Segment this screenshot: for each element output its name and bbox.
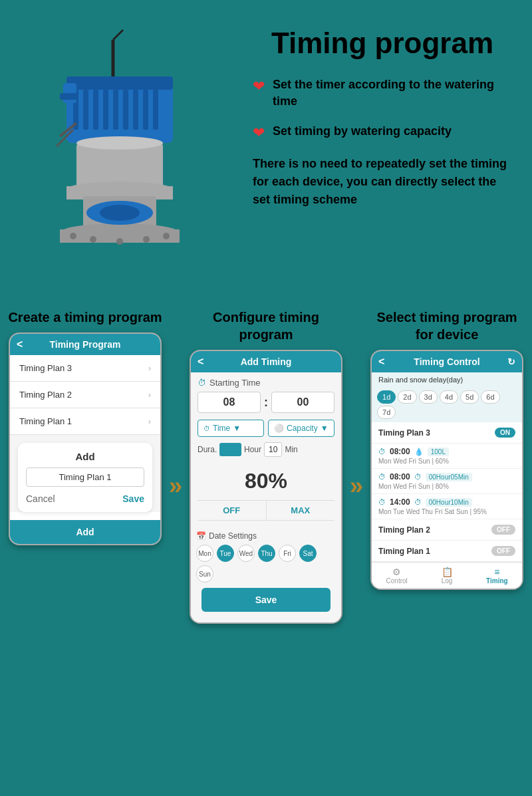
heart-icon-2: ❤	[253, 124, 265, 142]
day-mon[interactable]: Mon	[196, 545, 213, 562]
sched2-time: 08:00	[390, 472, 410, 481]
percent-display: 80%	[198, 462, 334, 500]
timing-section: ⏱ Starting Time 08 : 00 ⏱ Time ▼	[191, 372, 341, 531]
dura-min-label: Min	[285, 445, 297, 454]
phone2-back-arrow[interactable]: <	[198, 356, 203, 368]
sched3-clock: ⏱	[378, 498, 386, 506]
day-tab-1d[interactable]: 1d	[377, 390, 396, 404]
day-thu[interactable]: Thu	[258, 545, 275, 562]
plan-item-2[interactable]: Timing Plan 2 ›	[10, 382, 160, 408]
phone1-body: Timing Plan 3 › Timing Plan 2 › Timing P…	[10, 355, 160, 512]
plan2-toggle[interactable]: OFF	[491, 525, 515, 535]
bullet-item-1: ❤ Set the timer according to the waterin…	[253, 76, 512, 110]
svg-rect-10	[133, 90, 138, 130]
plan3-toggle[interactable]: ON	[495, 428, 515, 438]
svg-point-26	[163, 233, 170, 239]
save-button[interactable]: Save	[122, 493, 144, 504]
phone2-header-title: Add Timing	[241, 356, 292, 367]
svg-rect-14	[60, 93, 78, 100]
dura-value: 10	[264, 442, 282, 457]
right-content: Timing program ❤ Set the timer according…	[246, 20, 512, 209]
plan3-toggle-row: Timing Plan 3 ON	[372, 422, 522, 444]
plan-item-3[interactable]: Timing Plan 3 ›	[10, 355, 160, 382]
date-settings-icon: 📅	[196, 531, 206, 541]
capacity-select-label: Capacity	[287, 424, 318, 433]
phone3-header: < Timing Control ↻	[372, 351, 522, 372]
add-dialog-input[interactable]: Timing Plan 1	[26, 467, 144, 487]
time-select[interactable]: ⏱ Time ▼	[198, 420, 264, 437]
page-title: Timing program	[253, 27, 512, 60]
phone1-header: < Timing Program	[10, 334, 160, 355]
phone1-mockup: < Timing Program Timing Plan 3 › Timing …	[9, 332, 162, 545]
svg-rect-9	[123, 90, 128, 130]
nav-log[interactable]: 📋 Log	[422, 567, 471, 585]
bullet-item-2: ❤ Set timing by watering capacity	[253, 123, 512, 142]
nav-timing[interactable]: ≡ Timing	[472, 567, 522, 585]
day-tab-7d[interactable]: 7d	[377, 406, 396, 419]
nav-log-icon: 📋	[422, 567, 471, 577]
dura-hour-label: Hour	[244, 445, 261, 454]
time-colon: :	[264, 396, 268, 410]
svg-rect-5	[83, 90, 88, 130]
capacity-select[interactable]: ⚪ Capacity ▼	[268, 420, 334, 437]
day-sat[interactable]: Sat	[299, 545, 317, 562]
max-button[interactable]: MAX	[267, 501, 335, 520]
sched2-capacity: 00Hour05Min	[426, 473, 472, 481]
phone-col-2: Configure timing program < Add Timing ⏱ …	[188, 309, 344, 624]
nav-control[interactable]: ⚙ Control	[372, 567, 422, 585]
day-tab-3d[interactable]: 3d	[419, 390, 438, 404]
svg-rect-12	[153, 90, 158, 130]
phone2-body: ⏱ Starting Time 08 : 00 ⏱ Time ▼	[191, 372, 341, 622]
phone1-back-arrow[interactable]: <	[17, 338, 23, 350]
plan-item-1[interactable]: Timing Plan 1 ›	[10, 408, 160, 435]
phone3-back-arrow[interactable]: <	[378, 356, 384, 368]
svg-rect-7	[103, 90, 108, 130]
phone2-header: < Add Timing	[191, 351, 341, 372]
schedule-item-2: ⏱ 08:00 ⏱ 00Hour05Min Mon Wed Fri Sun | …	[372, 469, 522, 494]
date-settings-text: Date Settings	[209, 531, 257, 541]
phone3-col-title: Select timing program for device	[368, 309, 525, 343]
bullet-text-2: Set timing by watering capacity	[273, 123, 452, 140]
add-dialog: Add Timing Plan 1 Cancel Save	[18, 443, 152, 512]
schedule-row2-1: Mon Wed Fri Sun | 60%	[378, 458, 515, 465]
schedule-row2-3: Mon Tue Wed Thu Fri Sat Sun | 95%	[378, 508, 515, 515]
valve-device-svg	[20, 20, 219, 286]
day-tab-5d[interactable]: 5d	[460, 390, 479, 404]
sched1-cap-icon: 💧	[414, 448, 424, 456]
off-button[interactable]: OFF	[198, 501, 267, 520]
plan1-toggle[interactable]: OFF	[491, 546, 515, 556]
arrow-2-3: »	[350, 309, 363, 624]
phone1-footer[interactable]: Add	[10, 520, 160, 544]
forward-arrows-2: »	[350, 472, 363, 500]
day-sun[interactable]: Sun	[196, 565, 213, 583]
description-text: There is no need to repeatedly set the t…	[253, 155, 512, 209]
cancel-button[interactable]: Cancel	[26, 493, 55, 504]
sched2-clock: ⏱	[378, 473, 386, 481]
svg-point-16	[76, 136, 163, 150]
bullet-text-1: Set the timer according to the watering …	[273, 76, 512, 110]
nav-log-label: Log	[442, 577, 453, 585]
plan-item-1-label: Timing Plan 1	[19, 416, 72, 426]
day-tue[interactable]: Tue	[217, 545, 234, 562]
phone3-header-icon: ↻	[507, 356, 515, 367]
svg-point-24	[116, 238, 123, 245]
day-tab-6d[interactable]: 6d	[481, 390, 499, 404]
starting-time-text: Starting Time	[209, 378, 261, 388]
day-tab-4d[interactable]: 4d	[440, 390, 458, 404]
minute-input[interactable]: 00	[271, 392, 334, 413]
hour-input[interactable]: 08	[198, 392, 261, 413]
svg-rect-11	[143, 90, 148, 130]
svg-point-25	[143, 236, 150, 243]
day-fri[interactable]: Fri	[279, 545, 296, 562]
capacity-select-icon: ⚪	[274, 424, 284, 433]
day-tab-2d[interactable]: 2d	[398, 390, 416, 404]
dura-label: Dura.	[198, 445, 217, 454]
dura-row: Dura. Hour 10 Min	[198, 442, 334, 457]
plan1-toggle-row: Timing Plan 1 OFF	[372, 541, 522, 562]
phone2-save-button[interactable]: Save	[201, 588, 331, 612]
phone2-col-title: Configure timing program	[188, 309, 344, 343]
sched3-capacity: 00Hour10Min	[426, 498, 472, 507]
starting-time-label: ⏱ Starting Time	[198, 378, 334, 388]
day-wed[interactable]: Wed	[237, 545, 255, 562]
phone-col-1: Create a timing program < Timing Program…	[7, 309, 164, 624]
